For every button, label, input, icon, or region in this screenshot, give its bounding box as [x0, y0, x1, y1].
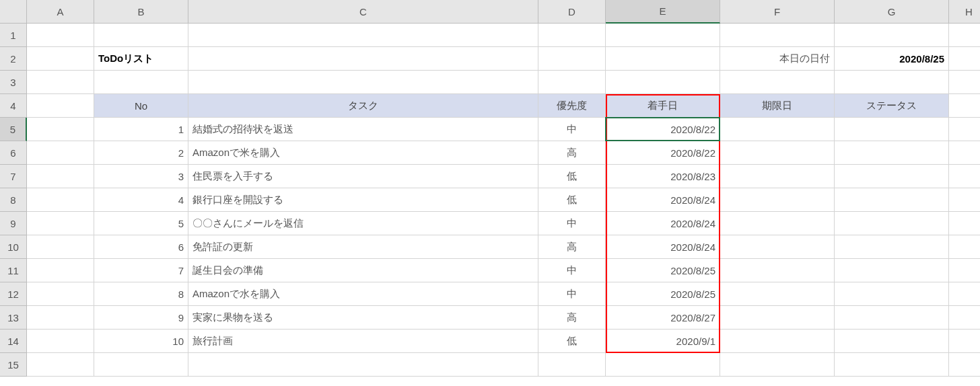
col-header-A[interactable]: A [27, 0, 94, 24]
cell-D10[interactable]: 高 [538, 235, 606, 259]
col-header-E[interactable]: E [606, 0, 720, 24]
cell-B2[interactable]: ToDoリスト [94, 47, 188, 71]
cell-H12[interactable] [949, 282, 980, 306]
row-header-11[interactable]: 11 [0, 259, 27, 282]
cell-E8[interactable]: 2020/8/24 [606, 188, 720, 212]
cell-E2[interactable] [606, 47, 720, 71]
cell-D2[interactable] [538, 47, 606, 71]
cell-B9[interactable]: 5 [94, 212, 188, 235]
cell-E3[interactable] [606, 71, 720, 94]
col-header-H[interactable]: H [949, 0, 980, 24]
cell-A6[interactable] [27, 141, 94, 165]
cell-A9[interactable] [27, 212, 94, 235]
cell-E4[interactable]: 着手日 [606, 94, 720, 118]
cell-H4[interactable] [949, 94, 980, 118]
select-all-corner[interactable] [0, 0, 27, 24]
cell-H15[interactable] [949, 353, 980, 377]
cell-C4[interactable]: タスク [188, 94, 538, 118]
cell-C5[interactable]: 結婚式の招待状を返送 [188, 118, 538, 141]
cell-E5[interactable]: 2020/8/22 [606, 118, 720, 141]
cell-G2[interactable]: 2020/8/25 [835, 47, 949, 71]
cell-G9[interactable] [835, 212, 949, 235]
cell-D15[interactable] [538, 353, 606, 377]
cell-A11[interactable] [27, 259, 94, 282]
cell-A13[interactable] [27, 306, 94, 330]
col-header-D[interactable]: D [538, 0, 606, 24]
cell-G15[interactable] [835, 353, 949, 377]
col-header-F[interactable]: F [720, 0, 835, 24]
cell-C15[interactable] [188, 353, 538, 377]
cell-H3[interactable] [949, 71, 980, 94]
cell-B14[interactable]: 10 [94, 330, 188, 353]
cell-H2[interactable] [949, 47, 980, 71]
cell-G7[interactable] [835, 165, 949, 188]
cell-G14[interactable] [835, 330, 949, 353]
row-header-14[interactable]: 14 [0, 330, 27, 353]
cell-E9[interactable]: 2020/8/24 [606, 212, 720, 235]
cell-E10[interactable]: 2020/8/24 [606, 235, 720, 259]
cell-H9[interactable] [949, 212, 980, 235]
cell-G1[interactable] [835, 24, 949, 47]
cell-F9[interactable] [720, 212, 835, 235]
cell-F3[interactable] [720, 71, 835, 94]
cell-B15[interactable] [94, 353, 188, 377]
cell-C13[interactable]: 実家に果物を送る [188, 306, 538, 330]
cell-E6[interactable]: 2020/8/22 [606, 141, 720, 165]
cell-A1[interactable] [27, 24, 94, 47]
cell-H8[interactable] [949, 188, 980, 212]
cell-C12[interactable]: Amazonで水を購入 [188, 282, 538, 306]
cell-D14[interactable]: 低 [538, 330, 606, 353]
row-header-2[interactable]: 2 [0, 47, 27, 71]
row-header-7[interactable]: 7 [0, 165, 27, 188]
row-header-4[interactable]: 4 [0, 94, 27, 118]
cell-H1[interactable] [949, 24, 980, 47]
col-header-C[interactable]: C [188, 0, 538, 24]
cell-A4[interactable] [27, 94, 94, 118]
cell-A7[interactable] [27, 165, 94, 188]
row-header-1[interactable]: 1 [0, 24, 27, 47]
cell-E12[interactable]: 2020/8/25 [606, 282, 720, 306]
row-header-10[interactable]: 10 [0, 235, 27, 259]
cell-B13[interactable]: 9 [94, 306, 188, 330]
cell-H5[interactable] [949, 118, 980, 141]
cell-F1[interactable] [720, 24, 835, 47]
cell-D11[interactable]: 中 [538, 259, 606, 282]
cell-B7[interactable]: 3 [94, 165, 188, 188]
cell-A2[interactable] [27, 47, 94, 71]
cell-A14[interactable] [27, 330, 94, 353]
col-header-G[interactable]: G [835, 0, 949, 24]
cell-D9[interactable]: 中 [538, 212, 606, 235]
cell-F14[interactable] [720, 330, 835, 353]
cell-B12[interactable]: 8 [94, 282, 188, 306]
cell-E11[interactable]: 2020/8/25 [606, 259, 720, 282]
cell-A15[interactable] [27, 353, 94, 377]
cell-F6[interactable] [720, 141, 835, 165]
cell-H10[interactable] [949, 235, 980, 259]
cell-A8[interactable] [27, 188, 94, 212]
cell-B5[interactable]: 1 [94, 118, 188, 141]
cell-H14[interactable] [949, 330, 980, 353]
cell-D12[interactable]: 中 [538, 282, 606, 306]
cell-B8[interactable]: 4 [94, 188, 188, 212]
cell-F13[interactable] [720, 306, 835, 330]
cell-G5[interactable] [835, 118, 949, 141]
row-header-3[interactable]: 3 [0, 71, 27, 94]
cell-F12[interactable] [720, 282, 835, 306]
cell-C14[interactable]: 旅行計画 [188, 330, 538, 353]
cell-G4[interactable]: ステータス [835, 94, 949, 118]
cell-G6[interactable] [835, 141, 949, 165]
cell-E7[interactable]: 2020/8/23 [606, 165, 720, 188]
row-header-12[interactable]: 12 [0, 282, 27, 306]
cell-E15[interactable] [606, 353, 720, 377]
row-header-5[interactable]: 5 [0, 118, 27, 141]
cell-D8[interactable]: 低 [538, 188, 606, 212]
cell-B6[interactable]: 2 [94, 141, 188, 165]
cell-C1[interactable] [188, 24, 538, 47]
cell-E13[interactable]: 2020/8/27 [606, 306, 720, 330]
cell-D13[interactable]: 高 [538, 306, 606, 330]
cell-F5[interactable] [720, 118, 835, 141]
cell-G11[interactable] [835, 259, 949, 282]
cell-C7[interactable]: 住民票を入手する [188, 165, 538, 188]
cell-F2[interactable]: 本日の日付 [720, 47, 835, 71]
cell-F7[interactable] [720, 165, 835, 188]
